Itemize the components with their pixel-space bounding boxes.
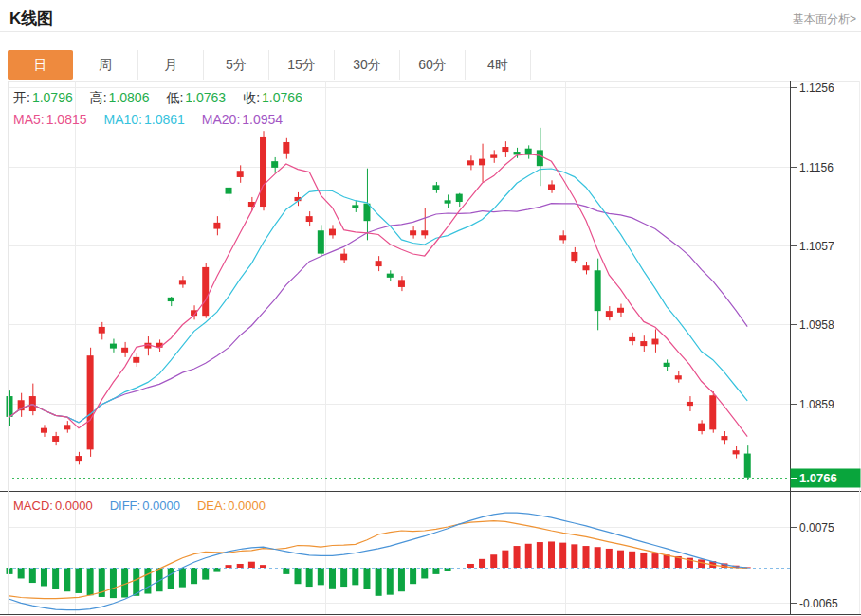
macd-bar — [595, 547, 601, 568]
candle-body — [595, 270, 601, 311]
candle-body — [537, 150, 543, 166]
candle-body — [559, 235, 566, 240]
axis-tick-label: 1.1256 — [799, 82, 834, 95]
candle-body — [99, 327, 105, 334]
candle-body — [121, 348, 128, 353]
candle-body — [202, 267, 209, 316]
macd-bar — [421, 568, 428, 578]
macd-bar — [29, 568, 36, 583]
last-price-badge-label: 1.0766 — [799, 471, 837, 485]
macd-bar — [583, 546, 590, 568]
macd-bar — [18, 568, 25, 578]
axis-tick-label: 1.0958 — [799, 318, 834, 332]
candle-body — [398, 280, 405, 287]
macd-bar — [237, 564, 244, 568]
candle-body — [110, 344, 117, 349]
macd-bar — [664, 554, 670, 568]
legend-item: MA20:1.0954 — [202, 112, 283, 127]
candle-body — [617, 308, 624, 313]
candle-body — [709, 395, 716, 429]
macd-bar — [525, 544, 532, 568]
macd-legend: MACD:0.0000DIFF:0.0000DEA:0.0000 — [13, 498, 283, 513]
macd-bar — [64, 568, 70, 591]
candle-body — [64, 425, 70, 429]
candle-body — [318, 230, 324, 253]
legend-item: 低:1.0763 — [166, 90, 226, 107]
macd-bar — [651, 553, 658, 568]
macd-bar — [87, 568, 94, 595]
candle-body — [432, 185, 439, 190]
axis-tick-label: -0.0065 — [799, 597, 838, 610]
candle-body — [75, 456, 82, 461]
axis-tick-label: 0.0075 — [799, 521, 834, 534]
candle-body — [41, 428, 47, 433]
macd-bar — [617, 551, 624, 568]
axis-tick-label: 1.1156 — [799, 161, 834, 174]
macd-bar — [41, 568, 47, 586]
macd-bar — [537, 542, 543, 568]
macd-bar — [387, 568, 394, 595]
candle-body — [445, 200, 451, 203]
candle-body — [514, 152, 521, 154]
candle-body — [329, 229, 336, 236]
candle-body — [237, 171, 244, 177]
macd-bar — [121, 568, 128, 598]
candle-body — [179, 280, 186, 284]
candle-body — [376, 261, 382, 266]
macd-bar — [502, 551, 508, 568]
candle-body — [260, 137, 266, 207]
macd-bar — [191, 568, 197, 584]
candle-body — [271, 161, 278, 168]
candle-body — [226, 188, 232, 194]
macd-bar — [318, 568, 324, 585]
ma-legend: MA5:1.0815MA10:1.0861MA20:1.0954 — [13, 112, 300, 127]
candle-body — [168, 298, 174, 301]
macd-bar — [283, 568, 289, 574]
legend-item: 高:1.0806 — [90, 90, 150, 107]
candle-body — [467, 160, 474, 165]
candle-body — [213, 223, 220, 229]
ma10-line — [9, 169, 747, 423]
macd-bar — [606, 549, 613, 568]
macd-bar — [467, 564, 474, 568]
candle-body — [675, 375, 682, 379]
candle-body — [7, 396, 13, 417]
macd-bar — [52, 568, 59, 589]
candle-body — [340, 254, 347, 261]
macd-bar — [432, 568, 439, 574]
candle-body — [456, 194, 463, 202]
macd-bar — [490, 554, 497, 568]
candle-body — [664, 363, 670, 367]
macd-bar — [226, 565, 232, 568]
macd-bar — [559, 543, 566, 568]
candle-body — [410, 230, 416, 235]
axis-tick-label: 1.1057 — [799, 240, 834, 253]
candle-body — [698, 424, 705, 431]
candle-body — [283, 142, 289, 154]
candle-body — [651, 339, 658, 345]
candle-body — [133, 357, 139, 363]
axis-tick-label: 1.0859 — [799, 398, 834, 411]
legend-item: MA10:1.0861 — [104, 112, 185, 127]
kline-app: K线图 基本面分析> 日周月5分15分30分60分4时 开:1.0796高:1.… — [0, 0, 861, 616]
macd-bar — [352, 568, 358, 585]
macd-bar — [7, 568, 13, 574]
candle-body — [502, 147, 508, 152]
macd-bar — [75, 568, 82, 593]
macd-bar — [329, 568, 336, 589]
legend-item: MACD:0.0000 — [13, 498, 93, 513]
legend-item: DIFF:0.0000 — [110, 498, 180, 513]
legend-item: MA5:1.0815 — [13, 112, 87, 127]
macd-bar — [514, 546, 521, 568]
macd-bar — [260, 565, 266, 568]
legend-item: DEA:0.0000 — [197, 498, 266, 513]
candle-body — [421, 230, 428, 235]
candle-body — [363, 204, 370, 221]
candle-body — [479, 159, 485, 166]
candle-body — [687, 402, 693, 406]
macd-bar — [306, 568, 313, 587]
candle-body — [29, 396, 36, 411]
candle-body — [306, 216, 313, 222]
candle-body — [744, 454, 751, 478]
candle-body — [583, 265, 590, 270]
